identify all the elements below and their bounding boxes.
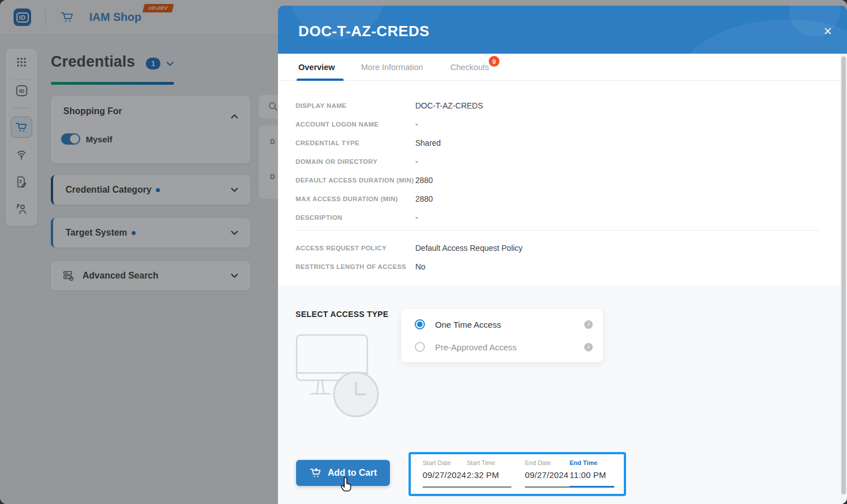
start-date-field[interactable]: Start Date 09/27/2024 <box>423 459 466 480</box>
credential-detail-modal: DOC-T-AZ-CREDS ✕ Overview More Informati… <box>278 6 847 504</box>
end-date-value[interactable]: 09/27/2024 <box>525 470 568 480</box>
scrollbar-thumb[interactable] <box>841 57 846 494</box>
checkouts-count-badge: 0 <box>489 56 499 67</box>
modal-tab-bar: Overview More Information Checkouts 0 <box>278 54 847 81</box>
detail-row: DISPLAY NAME DOC-T-AZ-CREDS <box>296 96 813 115</box>
start-time-value[interactable]: 2:32 PM <box>467 470 499 480</box>
end-time-focus-underline <box>570 486 614 488</box>
detail-row: DESCRIPTION - <box>296 208 813 227</box>
tab-checkouts[interactable]: Checkouts <box>450 54 489 81</box>
credential-details: DISPLAY NAME DOC-T-AZ-CREDS ACCOUNT LOGO… <box>296 96 813 227</box>
detail-label: DOMAIN OR DIRECTORY <box>296 158 415 165</box>
tab-more-information[interactable]: More Information <box>361 54 423 81</box>
detail-value: DOC-T-AZ-CREDS <box>415 101 483 110</box>
detail-row: CREDENTIAL TYPE Shared <box>296 133 813 152</box>
detail-label: DEFAULT ACCESS DURATION (MIN) <box>296 177 415 184</box>
detail-label: ACCOUNT LOGON NAME <box>296 121 415 128</box>
info-icon[interactable]: i <box>584 343 593 351</box>
end-date-field[interactable]: End Date 09/27/2024 <box>525 459 568 480</box>
start-time-label: Start Time <box>467 459 499 466</box>
detail-label: RESTRICTS LENGTH OF ACCESS <box>296 263 415 270</box>
detail-label: ACCESS REQUEST POLICY <box>296 245 415 251</box>
radio-selected-icon[interactable] <box>415 319 425 329</box>
policy-details: ACCESS REQUEST POLICY Default Access Req… <box>296 238 813 276</box>
end-time-label: End Time <box>570 459 606 466</box>
detail-value: - <box>415 213 418 222</box>
detail-value: Shared <box>415 138 441 147</box>
option-label: One Time Access <box>435 320 501 329</box>
access-type-card: One Time Access i Pre-Approved Access i <box>401 309 603 362</box>
pre-approved-access-option[interactable]: Pre-Approved Access i <box>415 341 593 353</box>
section-divider <box>296 230 820 231</box>
detail-label: CREDENTIAL TYPE <box>296 140 415 146</box>
cart-plus-icon <box>309 467 322 479</box>
modal-body: DISPLAY NAME DOC-T-AZ-CREDS ACCOUNT LOGO… <box>278 81 847 504</box>
modal-scrollbar[interactable] <box>840 54 847 504</box>
detail-row: MAX ACCESS DURATION (MIN) 2880 <box>296 189 813 208</box>
detail-row: RESTRICTS LENGTH OF ACCESS No <box>296 257 813 276</box>
detail-label: DESCRIPTION <box>296 214 415 221</box>
info-icon[interactable]: i <box>584 320 593 329</box>
detail-value: Default Access Request Policy <box>415 244 523 253</box>
monitor-clock-illustration <box>294 331 384 421</box>
modal-header: DOC-T-AZ-CREDS ✕ <box>278 6 847 54</box>
detail-value: - <box>415 120 418 129</box>
schedule-panel: Start Date 09/27/2024 Start Time 2:32 PM… <box>409 452 626 496</box>
detail-value: 2880 <box>415 176 433 185</box>
end-time-field[interactable]: End Time 11:00 PM <box>570 459 606 480</box>
detail-value: No <box>415 262 425 271</box>
start-fields-underline <box>423 486 511 488</box>
modal-title: DOC-T-AZ-CREDS <box>298 23 429 40</box>
detail-value: - <box>415 157 418 166</box>
start-date-value[interactable]: 09/27/2024 <box>423 470 466 480</box>
hand-cursor-icon <box>340 476 355 493</box>
detail-label: DISPLAY NAME <box>296 102 415 109</box>
detail-label: MAX ACCESS DURATION (MIN) <box>296 195 415 202</box>
select-access-type-heading: SELECT ACCESS TYPE <box>296 310 389 319</box>
tab-overview[interactable]: Overview <box>298 54 335 81</box>
start-time-field[interactable]: Start Time 2:32 PM <box>467 459 499 480</box>
detail-value: 2880 <box>415 194 433 203</box>
detail-row: ACCESS REQUEST POLICY Default Access Req… <box>296 238 813 257</box>
start-date-label: Start Date <box>423 459 466 466</box>
end-time-value[interactable]: 11:00 PM <box>570 470 606 480</box>
detail-row: DEFAULT ACCESS DURATION (MIN) 2880 <box>296 171 813 189</box>
detail-row: ACCOUNT LOGON NAME - <box>296 115 813 133</box>
close-icon[interactable]: ✕ <box>823 26 832 37</box>
radio-unselected-icon[interactable] <box>415 342 425 352</box>
end-date-label: End Date <box>525 459 568 466</box>
app-window: ID IAM Shop UD-DEV <box>0 0 847 504</box>
option-label: Pre-Approved Access <box>435 342 516 352</box>
detail-row: DOMAIN OR DIRECTORY - <box>296 152 813 171</box>
one-time-access-option[interactable]: One Time Access i <box>415 319 593 330</box>
end-date-underline <box>525 486 570 488</box>
